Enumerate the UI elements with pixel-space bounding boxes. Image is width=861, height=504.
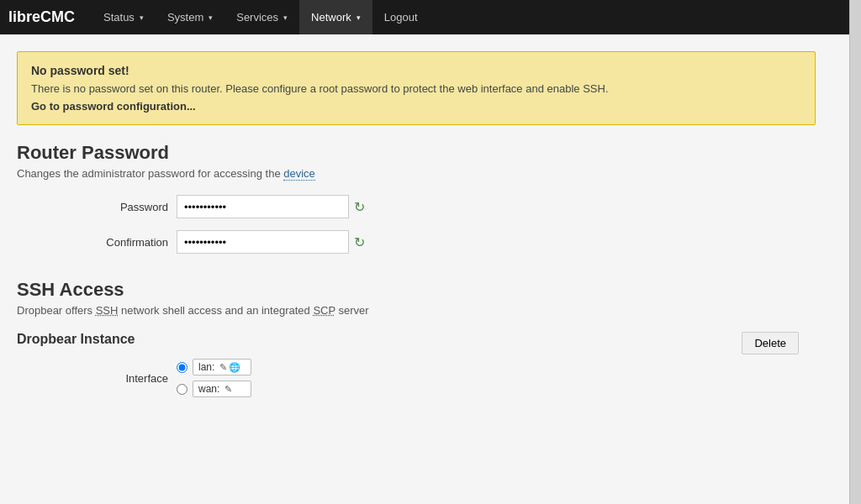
- navbar: libreCMC Status ▾ System ▾ Services ▾ Ne…: [0, 0, 861, 34]
- ssh-abbr: SSH: [96, 304, 119, 317]
- dropbear-header: Dropbear Instance Delete: [17, 332, 816, 359]
- interface-section: Interface lan: ✎ 🌐: [17, 359, 816, 397]
- interface-wan-badge: wan: ✎: [193, 381, 251, 397]
- nav-link-status[interactable]: Status ▾: [92, 0, 156, 34]
- router-password-title: Router Password: [17, 142, 816, 164]
- wan-badge-icons: ✎: [224, 384, 232, 395]
- nav-link-network[interactable]: Network ▾: [299, 0, 372, 34]
- interface-label: Interface: [67, 372, 168, 385]
- ssh-access-title: SSH Access: [17, 279, 816, 301]
- nav-menu: Status ▾ System ▾ Services ▾ Network ▾ L…: [92, 0, 853, 34]
- nav-item-network[interactable]: Network ▾: [299, 0, 372, 34]
- confirmation-label: Confirmation: [67, 236, 168, 249]
- nav-item-logout[interactable]: Logout: [372, 0, 430, 34]
- scp-abbr: SCP: [313, 304, 335, 317]
- delete-button[interactable]: Delete: [742, 332, 799, 354]
- nav-label-system: System: [167, 11, 203, 24]
- chevron-down-icon: ▾: [357, 13, 361, 22]
- nav-item-services[interactable]: Services ▾: [224, 0, 299, 34]
- router-password-section: Router Password Changes the administrato…: [17, 142, 816, 254]
- alert-title: No password set!: [31, 64, 801, 77]
- device-link[interactable]: device: [283, 167, 315, 181]
- password-row: Password ↻: [17, 195, 816, 218]
- lan-badge-icons: ✎ 🌐: [219, 362, 240, 373]
- nav-label-network: Network: [311, 11, 351, 24]
- chevron-down-icon: ▾: [209, 13, 213, 22]
- alert-message: There is no password set on this router.…: [31, 82, 801, 95]
- interface-radio-group: lan: ✎ 🌐 wan:: [177, 359, 251, 397]
- nav-item-status[interactable]: Status ▾: [92, 0, 156, 34]
- nav-link-system[interactable]: System ▾: [156, 0, 224, 34]
- nav-link-logout[interactable]: Logout: [372, 0, 430, 34]
- ssh-access-desc: Dropbear offers SSH network shell access…: [17, 304, 816, 317]
- nav-label-status: Status: [103, 11, 135, 24]
- lan-label: lan:: [198, 361, 214, 373]
- interface-wan-radio[interactable]: [177, 384, 188, 395]
- interface-lan-badge: lan: ✎ 🌐: [193, 359, 251, 375]
- chevron-down-icon: ▾: [283, 13, 288, 22]
- interface-lan-radio[interactable]: [177, 362, 188, 373]
- dropbear-instance: Dropbear Instance Delete Interface lan:: [17, 332, 816, 397]
- confirmation-row: Confirmation ↻: [17, 230, 816, 254]
- refresh-confirmation-icon[interactable]: ↻: [354, 234, 365, 250]
- password-input[interactable]: [177, 195, 349, 218]
- brand-logo[interactable]: libreCMC: [8, 8, 75, 26]
- alert-link[interactable]: Go to password configuration...: [31, 100, 196, 113]
- chevron-down-icon: ▾: [140, 13, 144, 22]
- nav-label-services: Services: [236, 11, 278, 24]
- nav-item-system[interactable]: System ▾: [156, 0, 224, 34]
- password-label: Password: [67, 201, 168, 213]
- alert-box: No password set! There is no password se…: [17, 51, 816, 125]
- dropbear-title: Dropbear Instance: [17, 332, 135, 347]
- lan-edit-icon[interactable]: ✎: [219, 362, 227, 373]
- ssh-access-section: SSH Access Dropbear offers SSH network s…: [17, 279, 816, 397]
- scrollbar[interactable]: [849, 0, 861, 421]
- nav-link-services[interactable]: Services ▾: [224, 0, 299, 34]
- wan-edit-icon[interactable]: ✎: [224, 384, 232, 395]
- lan-globe-icon[interactable]: 🌐: [229, 362, 240, 373]
- wan-label: wan:: [198, 383, 219, 395]
- refresh-password-icon[interactable]: ↻: [354, 199, 365, 215]
- confirmation-input[interactable]: [177, 230, 349, 254]
- router-password-desc: Changes the administrator password for a…: [17, 167, 816, 180]
- interface-lan-item: lan: ✎ 🌐: [177, 359, 251, 375]
- interface-wan-item: wan: ✎: [177, 381, 251, 397]
- interface-row: Interface lan: ✎ 🌐: [67, 359, 816, 397]
- main-content: No password set! There is no password se…: [0, 34, 832, 421]
